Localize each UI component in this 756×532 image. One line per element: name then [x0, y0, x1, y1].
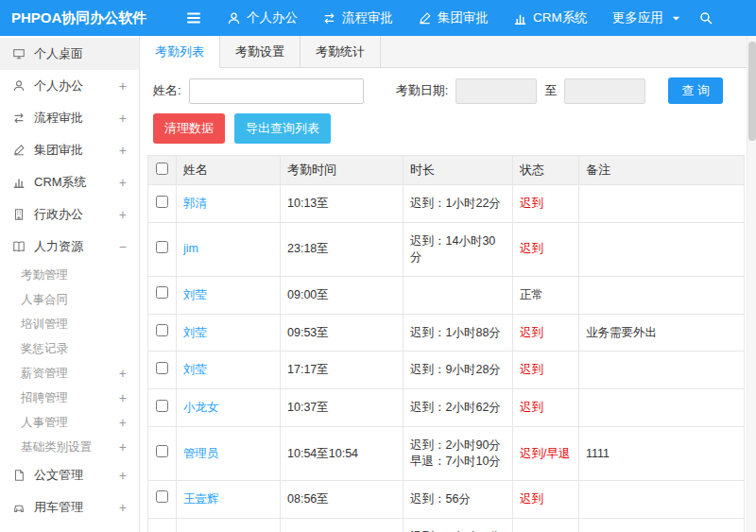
row-checkbox[interactable]: [156, 445, 168, 457]
employee-name-link[interactable]: 王壹辉: [183, 492, 219, 506]
hamburger-menu-icon[interactable]: [185, 9, 210, 26]
nav-item-label: 个人办公: [247, 9, 298, 26]
tab-attendance-list[interactable]: 考勤列表: [140, 36, 220, 68]
table-row: 郭清10:13至迟到：1小时22分迟到: [148, 185, 745, 223]
sidebar-item-16[interactable]: 用车管理+: [0, 491, 139, 523]
attendance-time-cell: 17:17至: [281, 352, 404, 389]
page-scrollbar[interactable]: [747, 36, 756, 532]
search-icon[interactable]: [698, 10, 713, 26]
tab-attendance-settings[interactable]: 考勤设置: [220, 36, 301, 67]
date-end-input[interactable]: [564, 78, 645, 104]
nav-item-crm-system[interactable]: CRM系统: [513, 9, 588, 26]
sidebar-item-14[interactable]: 基础类别设置+: [0, 435, 139, 459]
nav-item-label: 流程审批: [342, 9, 393, 26]
sidebar-item-6[interactable]: 人力资源−: [0, 231, 139, 263]
app-window: PHPOA协同办公软件 个人办公流程审批集团审批CRM系统更多应用 个人桌面个人…: [0, 0, 756, 532]
nav-item-group-approval[interactable]: 集团审批: [418, 9, 489, 26]
name-cell: jim: [177, 222, 281, 276]
duration-cell: 迟到：14小时30分: [404, 222, 513, 276]
attendance-time-cell: 13:20至13:20: [281, 518, 404, 532]
sidebar-item-15[interactable]: 公文管理+: [0, 459, 139, 491]
tab-attendance-stats[interactable]: 考勤统计: [301, 36, 381, 67]
table-header-row: 姓名考勤时间时长状态备注: [148, 156, 745, 185]
attendance-table: 姓名考勤时间时长状态备注 郭清10:13至迟到：1小时22分迟到jim23:18…: [147, 155, 745, 532]
row-checkbox[interactable]: [156, 241, 168, 253]
employee-name-link[interactable]: 郭清: [183, 197, 207, 210]
search-button[interactable]: 查 询: [668, 77, 723, 104]
employee-name-link[interactable]: 刘莹: [183, 288, 207, 301]
date-start-input[interactable]: [455, 78, 537, 104]
duration-cell: 迟到：1小时88分: [404, 314, 513, 352]
row-checkbox[interactable]: [156, 196, 168, 208]
column-header-2: 时长: [404, 156, 513, 185]
status-cell: 迟到: [513, 352, 579, 389]
sidebar-item-8[interactable]: 人事合同: [0, 287, 139, 312]
sidebar-item-4[interactable]: CRM系统+: [0, 166, 139, 198]
scrollbar-thumb[interactable]: [748, 42, 756, 141]
checkbox-cell: [148, 518, 177, 532]
checkbox-cell: [148, 185, 177, 223]
nav-item-more-apps[interactable]: 更多应用: [612, 9, 683, 26]
user-icon: [227, 11, 241, 26]
nav-item-personal-office[interactable]: 个人办公: [227, 9, 298, 26]
row-checkbox[interactable]: [156, 362, 168, 374]
note-cell: [579, 276, 745, 314]
caret-icon: [669, 11, 683, 26]
name-label: 姓名:: [153, 82, 181, 99]
note-cell: [579, 480, 745, 518]
sidebar-item-13[interactable]: 人事管理+: [0, 410, 139, 435]
duration-cell: 迟到：1小时22分: [404, 185, 513, 223]
clear-data-button[interactable]: 清理数据: [153, 113, 225, 144]
nav-item-label: 更多应用: [612, 9, 663, 26]
checkbox-cell: [148, 352, 177, 389]
name-cell: 刘莹: [177, 352, 281, 389]
note-cell: 1111: [579, 427, 745, 481]
action-buttons: 清理数据导出查询列表: [140, 113, 747, 153]
date-label: 考勤日期:: [396, 82, 449, 99]
status-cell: 迟到: [513, 314, 579, 352]
duration-cell: 迟到：9小时28分: [404, 352, 513, 389]
sidebar-item-10[interactable]: 奖惩记录: [0, 336, 139, 361]
status-cell: 正常: [513, 276, 579, 314]
car-icon: [12, 501, 26, 514]
row-checkbox[interactable]: [156, 324, 168, 336]
table-row: 王壹辉08:56至迟到：56分迟到: [148, 480, 745, 518]
name-cell: 黄蓉: [177, 518, 281, 532]
sidebar-item-12[interactable]: 招聘管理+: [0, 386, 139, 410]
sidebar-item-9[interactable]: 培训管理: [0, 312, 139, 336]
sidebar-item-7[interactable]: 考勤管理: [0, 263, 139, 287]
edit-icon: [12, 144, 26, 157]
sidebar-item-0[interactable]: 个人桌面: [0, 38, 139, 70]
employee-name-link[interactable]: 管理员: [183, 447, 219, 460]
select-all-checkbox[interactable]: [156, 163, 168, 175]
employee-name-link[interactable]: 小龙女: [183, 401, 219, 414]
checkbox-cell: [148, 389, 177, 427]
row-checkbox[interactable]: [156, 286, 168, 299]
row-checkbox[interactable]: [156, 400, 168, 412]
employee-name-link[interactable]: 刘莹: [183, 326, 207, 339]
duration-cell: [404, 276, 513, 314]
note-cell: [579, 222, 745, 276]
name-input[interactable]: [189, 78, 364, 104]
employee-name-link[interactable]: 刘莹: [183, 363, 207, 376]
sidebar-item-11[interactable]: 薪资管理+: [0, 361, 139, 386]
to-label: 至: [544, 82, 557, 99]
checkbox-cell: [148, 222, 177, 276]
sidebar-item-3[interactable]: 集团审批+: [0, 134, 139, 166]
minus-icon: −: [119, 240, 127, 253]
export-list-button[interactable]: 导出查询列表: [234, 113, 331, 144]
filter-bar: 姓名: 考勤日期: 至 查 询: [140, 68, 747, 113]
name-cell: 管理员: [177, 427, 281, 481]
sidebar-item-2[interactable]: 流程审批+: [0, 102, 139, 134]
sidebar-item-5[interactable]: 行政办公+: [0, 198, 139, 231]
sidebar-item-label: 人事合同: [21, 292, 68, 308]
name-cell: 刘莹: [177, 314, 281, 352]
checkbox-cell: [148, 276, 177, 314]
sidebar-item-1[interactable]: 个人办公+: [0, 70, 139, 102]
nav-item-workflow-approval[interactable]: 流程审批: [322, 9, 393, 26]
attendance-table-wrap: 姓名考勤时间时长状态备注 郭清10:13至迟到：1小时22分迟到jim23:18…: [140, 153, 747, 532]
row-checkbox[interactable]: [156, 490, 168, 503]
chart-icon: [12, 176, 26, 189]
employee-name-link[interactable]: jim: [183, 242, 198, 255]
attendance-time-cell: 09:00至: [281, 276, 404, 314]
